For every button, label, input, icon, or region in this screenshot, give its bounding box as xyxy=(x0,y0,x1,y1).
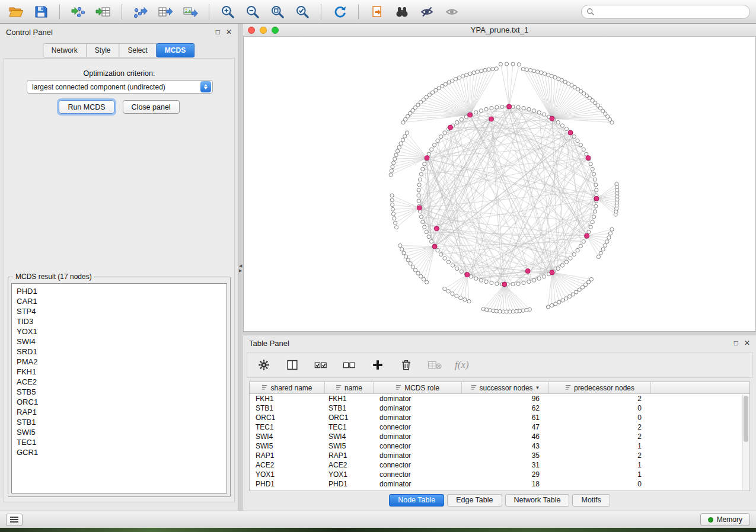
table-scrollbar[interactable] xyxy=(742,395,749,490)
panel-splitter-vertical[interactable]: ◀▶ xyxy=(238,24,243,511)
column-header-mcds-role[interactable]: MCDS role xyxy=(374,382,462,393)
select-all-columns-button[interactable] xyxy=(312,356,329,374)
tab-select[interactable]: Select xyxy=(119,43,157,57)
close-panel-button[interactable]: Close panel xyxy=(123,100,180,114)
mcds-result-item[interactable]: SRD1 xyxy=(12,347,227,357)
table-panel-title: Table Panel xyxy=(249,339,289,348)
close-panel-icon[interactable]: ✕ xyxy=(744,339,750,347)
mcds-result-item[interactable]: CAR1 xyxy=(12,296,227,306)
columns-icon xyxy=(286,358,299,371)
scrollbar-thumb[interactable] xyxy=(744,396,748,442)
refresh-view-button[interactable] xyxy=(330,2,350,21)
mcds-result-item[interactable]: SWI5 xyxy=(12,427,227,437)
column-header-successor-nodes[interactable]: successor nodes ▼ xyxy=(462,382,549,393)
status-menu-button[interactable] xyxy=(6,514,23,526)
function-builder-button[interactable]: f(x) xyxy=(455,356,469,374)
tab-network[interactable]: Network xyxy=(43,43,87,57)
mcds-result-item[interactable]: PMA2 xyxy=(12,357,227,367)
splitter-arrows-icon[interactable]: ◀▶ xyxy=(239,264,242,273)
mcds-result-item[interactable]: PHD1 xyxy=(12,286,227,296)
mcds-result-item[interactable]: STP4 xyxy=(12,306,227,316)
maximize-window-icon[interactable] xyxy=(272,27,279,34)
fx-icon: f(x) xyxy=(455,359,469,371)
memory-button[interactable]: Memory xyxy=(700,513,750,526)
mcds-result-item[interactable]: ACE2 xyxy=(12,377,227,387)
table-row[interactable]: PHD1PHD1dominator180 xyxy=(250,479,749,489)
column-label: MCDS role xyxy=(404,384,439,392)
import-table-button[interactable] xyxy=(93,2,113,21)
float-window-icon[interactable]: □ xyxy=(216,28,220,36)
optimization-criterion-dropdown[interactable]: largest connected component (undirected) xyxy=(27,80,213,94)
close-panel-icon[interactable]: ✕ xyxy=(226,28,232,36)
float-window-icon[interactable]: □ xyxy=(734,339,738,347)
delete-table-button[interactable] xyxy=(426,356,443,374)
column-label: successor nodes xyxy=(480,384,533,392)
search-input[interactable] xyxy=(598,8,745,16)
table-row[interactable]: YOX1YOX1connector291 xyxy=(250,470,749,479)
export-table-button[interactable] xyxy=(155,2,176,21)
column-header-shared-name[interactable]: shared name xyxy=(250,382,325,393)
mcds-result-item[interactable]: STB5 xyxy=(12,387,227,397)
network-graph[interactable] xyxy=(244,37,755,331)
table-panel-tabs: Node Table Edge Table Network Table Moti… xyxy=(243,494,756,507)
table-settings-button[interactable] xyxy=(256,356,272,374)
table-row[interactable]: RAP1RAP1dominator352 xyxy=(250,451,749,460)
tab-mcds[interactable]: MCDS xyxy=(156,43,194,57)
show-all-button[interactable] xyxy=(442,2,462,21)
zoom-fit-button[interactable] xyxy=(267,2,288,21)
table-cell: dominator xyxy=(374,480,462,488)
mcds-result-item[interactable]: SWI4 xyxy=(12,336,227,347)
unselect-all-columns-button[interactable] xyxy=(341,356,358,374)
table-cell: 0 xyxy=(549,404,651,412)
table-cell: ORC1 xyxy=(250,414,325,422)
save-session-button[interactable] xyxy=(31,2,51,21)
mcds-result-list[interactable]: PHD1CAR1STP4TID3YOX1SWI4SRD1PMA2FKH1ACE2… xyxy=(11,283,227,493)
mcds-result-item[interactable]: STB1 xyxy=(12,417,227,427)
table-row[interactable]: TEC1TEC1connector472 xyxy=(250,422,749,432)
export-network-icon xyxy=(133,5,148,19)
table-row[interactable]: ACE2ACE2connector311 xyxy=(250,460,749,470)
export-image-button[interactable] xyxy=(180,2,200,21)
search-network-button[interactable] xyxy=(392,2,412,21)
copy-network-button[interactable] xyxy=(367,2,387,21)
zoom-in-button[interactable] xyxy=(218,2,238,21)
table-row[interactable]: ORC1ORC1dominator610 xyxy=(250,413,749,422)
table-row[interactable]: FKH1FKH1dominator962 xyxy=(250,394,749,403)
close-window-icon[interactable] xyxy=(248,27,255,34)
mcds-result-item[interactable]: TEC1 xyxy=(12,437,227,447)
zoom-selected-button[interactable] xyxy=(292,2,312,21)
mcds-result-item[interactable]: RAP1 xyxy=(12,407,227,417)
zoom-out-button[interactable] xyxy=(243,2,263,21)
toolbar-separator xyxy=(59,4,60,20)
mcds-result-item[interactable]: TID3 xyxy=(12,316,227,326)
show-column-button[interactable] xyxy=(284,356,301,374)
table-row[interactable]: SWI4SWI4dominator462 xyxy=(250,432,749,441)
mcds-result-item[interactable]: GCR1 xyxy=(12,447,227,457)
mcds-result-item[interactable]: FKH1 xyxy=(12,367,227,377)
import-network-button[interactable] xyxy=(68,2,88,21)
table-row[interactable]: SWI5SWI5connector431 xyxy=(250,441,749,451)
mcds-result-item[interactable]: YOX1 xyxy=(12,326,227,336)
network-window-titlebar[interactable]: YPA_prune.txt_1 xyxy=(243,24,756,37)
export-network-button[interactable] xyxy=(130,2,151,21)
tab-node-table[interactable]: Node Table xyxy=(389,494,444,507)
minimize-window-icon[interactable] xyxy=(260,27,267,34)
tab-network-table[interactable]: Network Table xyxy=(505,494,570,507)
hide-selected-button[interactable] xyxy=(417,2,437,21)
column-header-name[interactable]: name xyxy=(325,382,374,393)
mcds-result-item[interactable]: ORC1 xyxy=(12,397,227,407)
control-panel: Control Panel □ ✕ Network Style Select M… xyxy=(0,24,238,511)
tab-style[interactable]: Style xyxy=(86,43,120,57)
add-column-button[interactable] xyxy=(369,356,386,374)
open-session-button[interactable] xyxy=(6,2,26,21)
search-box[interactable] xyxy=(581,5,750,19)
table-row[interactable]: STB1STB1dominator620 xyxy=(250,403,749,413)
column-header-predecessor-nodes[interactable]: predecessor nodes xyxy=(549,382,651,393)
run-mcds-button[interactable]: Run MCDS xyxy=(59,100,114,114)
network-canvas[interactable] xyxy=(243,37,756,332)
column-label: name xyxy=(344,384,362,392)
delete-column-button[interactable] xyxy=(398,356,414,374)
tab-edge-table[interactable]: Edge Table xyxy=(447,494,502,507)
tab-motifs[interactable]: Motifs xyxy=(572,494,610,507)
table-cell: FKH1 xyxy=(325,395,374,403)
